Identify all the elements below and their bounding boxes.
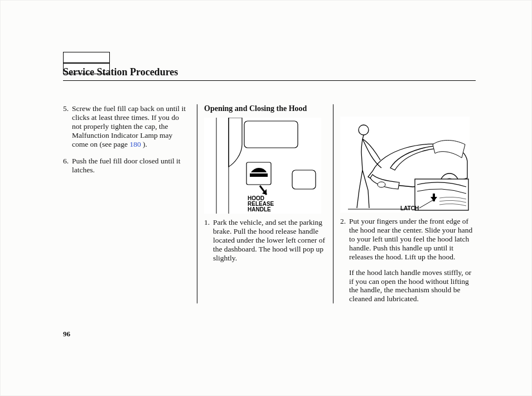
manual-page: Service Station Procedures 5. Screw the … [0,0,532,396]
step-text-pre: Screw the fuel fill cap back on until it… [72,104,186,148]
step-text: Park the vehicle, and set the parking br… [213,218,325,262]
svg-rect-6 [250,173,268,177]
svg-point-8 [378,182,385,187]
column-3: LATCH 2. Put your fingers under the fron… [333,104,476,303]
illustration-label-latch: LATCH [400,205,419,211]
header-box-1 [63,52,110,63]
page-title: Service Station Procedures [63,66,476,81]
step-2-note: If the hood latch handle moves stiffly, … [340,268,476,304]
steps-list-col1: 5. Screw the fuel fill cap back on until… [63,104,190,174]
spacer [340,104,476,117]
step-1: 1. Park the vehicle, and set the parking… [204,218,326,263]
column-2: Opening and Closing the Hood [197,104,333,303]
illustration-hood-release: HOOD RELEASE HANDLE [204,118,321,214]
step-number: 1. [204,218,210,227]
illustration-label-line3: HANDLE [248,206,271,213]
header-placeholder-boxes [63,52,165,62]
subheading-hood: Opening and Closing the Hood [204,104,326,113]
step-number: 5. [63,104,69,113]
step-number: 6. [63,157,69,166]
step-number: 2. [340,217,346,226]
page-number: 96 [63,330,70,339]
page-ref-link[interactable]: 180 [129,140,141,148]
illustration-hood-latch: LATCH [340,117,470,213]
step-text: Put your fingers under the front edge of… [349,217,472,261]
column-1: 5. Screw the fuel fill cap back on until… [63,104,197,303]
svg-point-11 [359,125,369,135]
content-columns: 5. Screw the fuel fill cap back on until… [63,104,476,303]
step-5: 5. Screw the fuel fill cap back on until… [63,104,190,149]
step-text-post: ). [141,140,147,148]
step-text: Push the fuel fill door closed until it … [72,157,181,174]
step-2: 2. Put your fingers under the front edge… [340,217,476,262]
step-6: 6. Push the fuel fill door closed until … [63,157,190,175]
